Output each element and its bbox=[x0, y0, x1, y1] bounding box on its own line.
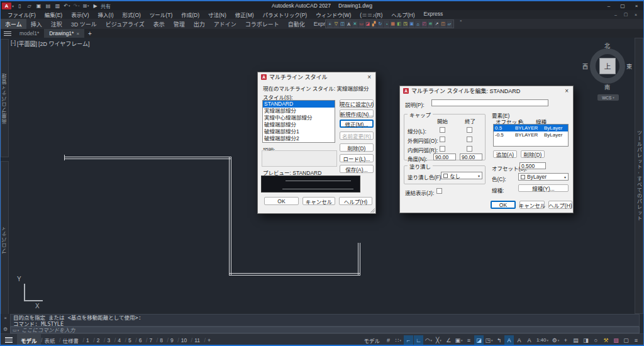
toolbar-icon[interactable]: ⌂ bbox=[415, 21, 421, 28]
angle-end-input[interactable]: 90.00 bbox=[460, 153, 482, 160]
viewcube-south[interactable]: 南 bbox=[604, 83, 610, 91]
lineweight-icon[interactable]: ≡ bbox=[464, 335, 474, 345]
multiline-segment[interactable] bbox=[65, 157, 231, 159]
viewcube-east[interactable]: 東 bbox=[626, 62, 632, 70]
qat-share-icon[interactable]: ▶ bbox=[91, 3, 99, 9]
tool-palettes-tab[interactable]: ツールパレット - すべてのパレット bbox=[635, 38, 643, 314]
toolbar-icon[interactable]: ◧ bbox=[396, 21, 402, 28]
fill-color-dropdown[interactable]: なし bbox=[441, 172, 482, 179]
ribbon-tab[interactable]: 表示 bbox=[149, 19, 169, 29]
toolbar-icon[interactable]: ▱ bbox=[447, 21, 452, 28]
layout-tab[interactable]: 8 bbox=[156, 334, 167, 346]
viewcube-north[interactable]: 北 bbox=[604, 42, 610, 50]
viewcube-west[interactable]: 西 bbox=[582, 62, 588, 70]
file-tab-drawing1[interactable]: Drawing1* × bbox=[44, 29, 84, 38]
angle-start-input[interactable]: 90.00 bbox=[433, 153, 456, 160]
file-tab-model1[interactable]: model1* bbox=[14, 29, 44, 38]
add-element-button[interactable]: 追加(A) bbox=[493, 150, 517, 158]
layout-tab[interactable]: + bbox=[204, 334, 214, 346]
viewcube-top-face[interactable]: 上 bbox=[599, 58, 616, 74]
ucs-icon[interactable]: Y X bbox=[14, 276, 52, 310]
layout-tab[interactable]: 3 bbox=[104, 334, 114, 346]
line-end-checkbox[interactable] bbox=[467, 127, 472, 133]
menu-item[interactable]: ウィンドウ(W) bbox=[311, 11, 355, 18]
toolbar-icon[interactable]: A bbox=[346, 21, 352, 28]
toolbar-icon[interactable]: ◫ bbox=[340, 21, 345, 28]
viewport-control[interactable]: [-] bbox=[11, 40, 16, 48]
properties-palette-tab[interactable]: プロパティ bbox=[1, 161, 9, 314]
display-joints-checkbox[interactable] bbox=[436, 188, 442, 194]
qat-new-icon[interactable]: ▯ bbox=[16, 3, 24, 9]
command-customize-icon[interactable]: ⚙ bbox=[3, 326, 8, 332]
layout-tab[interactable]: 6 bbox=[135, 334, 146, 346]
menu-item[interactable]: 寸法(N) bbox=[204, 11, 231, 18]
viewport-control[interactable]: [2D ワイヤフレーム] bbox=[38, 40, 89, 48]
multiline-segment[interactable] bbox=[229, 273, 360, 276]
multiline-segment[interactable] bbox=[229, 157, 231, 276]
resize-grip[interactable] bbox=[370, 208, 375, 213]
ok-button[interactable]: OK bbox=[491, 201, 516, 209]
annotation-scale-control[interactable]: 1:40 bbox=[535, 335, 550, 345]
menu-item[interactable]: 形式(O) bbox=[118, 11, 145, 18]
outer-arc-end-checkbox[interactable] bbox=[467, 137, 472, 142]
toolbar-icon[interactable]: ▣ bbox=[409, 21, 414, 28]
command-input-row[interactable]: ▭ bbox=[10, 326, 640, 333]
ribbon-tab[interactable]: 注釈 bbox=[47, 19, 67, 29]
viewcube[interactable]: 北 南 西 東 上 WCS bbox=[582, 42, 633, 102]
new-drawing-tab-button[interactable]: + bbox=[84, 30, 96, 37]
style-list-item[interactable]: 実線中心線端部線分 bbox=[263, 114, 335, 121]
layout-tab[interactable]: 2 bbox=[93, 334, 104, 346]
dynamic-ucs-icon[interactable]: ↰ bbox=[494, 335, 504, 345]
layout-tab[interactable]: 9 bbox=[167, 334, 177, 346]
dialog-title-bar[interactable]: A マルチライン スタイル × bbox=[258, 72, 375, 82]
command-history[interactable]: 目的点を指定 または <基点を移動距離として使用>: コマンド: MLSTYLE bbox=[10, 314, 640, 326]
menu-item[interactable]: ファイル(F) bbox=[3, 11, 40, 18]
toolbar-icon[interactable]: ✕ bbox=[352, 21, 358, 28]
offset-input[interactable]: 0.500 bbox=[519, 162, 546, 169]
minimize-button[interactable]: – bbox=[602, 2, 616, 10]
object-snap-tracking-icon[interactable]: ∠ bbox=[444, 335, 453, 345]
command-prompt-icon[interactable]: ▭ bbox=[13, 328, 19, 333]
ribbon-tab[interactable]: 管理 bbox=[169, 19, 189, 29]
new-button[interactable]: 新規作成(N)... bbox=[340, 109, 374, 118]
ribbon-tab[interactable]: 自動化 bbox=[284, 19, 309, 29]
layout-tab[interactable]: 4 bbox=[114, 334, 125, 346]
object-snap-icon[interactable]: ▣ bbox=[454, 335, 464, 345]
transparency-icon[interactable]: ◪ bbox=[474, 335, 484, 345]
doc-close-button[interactable]: × bbox=[631, 11, 641, 18]
isolate-objects-icon[interactable]: ⚒ bbox=[601, 335, 611, 345]
annotation-autoscale-icon[interactable]: A bbox=[514, 335, 524, 345]
menu-item[interactable]: 編集(E) bbox=[40, 11, 67, 18]
linetype-button[interactable]: 線種(Y)... bbox=[518, 184, 569, 192]
command-close-icon[interactable]: × bbox=[4, 315, 7, 321]
inner-arc-start-checkbox[interactable] bbox=[440, 146, 445, 152]
command-input[interactable] bbox=[21, 327, 637, 333]
snap-grid-icon[interactable]: ∷ bbox=[394, 335, 403, 345]
help-button[interactable]: ヘルプ(H) bbox=[548, 201, 572, 209]
qat-save-icon[interactable]: ▣ bbox=[35, 3, 43, 9]
isodraft-icon[interactable]: ╳ bbox=[434, 335, 443, 345]
ortho-icon[interactable]: ∟ bbox=[414, 335, 423, 345]
quick-properties-icon[interactable]: ◨ bbox=[581, 335, 591, 345]
model-space-toggle[interactable]: モデル bbox=[364, 337, 380, 344]
toolbar-icon[interactable]: ◫ bbox=[440, 21, 446, 28]
menu-item[interactable]: ヘルプ(H) bbox=[387, 11, 419, 18]
save-button[interactable]: 保存(A)... bbox=[340, 165, 374, 173]
style-list-item[interactable]: 実線端部線分 bbox=[263, 108, 335, 114]
toolbar-icon[interactable]: ≋ bbox=[428, 21, 433, 28]
multiline-segment[interactable] bbox=[358, 243, 360, 276]
toolbar-icon[interactable]: ↗ bbox=[434, 21, 440, 28]
menu-item[interactable]: Express bbox=[419, 11, 448, 18]
graphics-performance-icon[interactable]: ○ bbox=[591, 335, 601, 345]
style-list-item[interactable]: 破線端部線分 bbox=[263, 121, 335, 128]
toolbar-icon[interactable]: ▽ bbox=[333, 21, 339, 28]
file-tab-close-icon[interactable]: × bbox=[76, 31, 79, 36]
layer-properties-palette-tab[interactable]: 画層プロパティ管理 bbox=[1, 39, 9, 157]
qat-workspace-icon[interactable]: ⊞ bbox=[82, 3, 90, 9]
set-current-button[interactable]: 現在に設定(U) bbox=[340, 99, 374, 108]
menu-item[interactable]: 挿入(I) bbox=[94, 11, 118, 18]
customize-icon[interactable]: ≡ bbox=[631, 335, 641, 345]
dialog-close-icon[interactable]: × bbox=[564, 87, 570, 94]
line-start-checkbox[interactable] bbox=[440, 127, 445, 133]
toolbar-icon[interactable]: ↻ bbox=[377, 21, 383, 28]
